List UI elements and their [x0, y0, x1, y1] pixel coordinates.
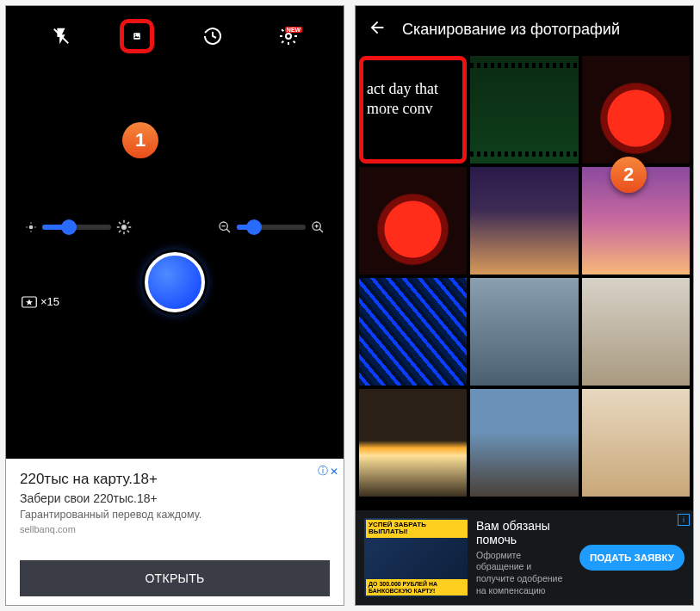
- gallery-button[interactable]: [120, 19, 154, 53]
- shutter-button[interactable]: [145, 252, 205, 312]
- ad-headline: 220тыс на карту.18+: [20, 471, 330, 488]
- svg-line-23: [319, 229, 323, 232]
- camera-sliders: [6, 219, 344, 235]
- ad-cta-button[interactable]: ОТКРЫТЬ: [20, 560, 330, 596]
- gallery-picker-screen: Сканирование из фотографий act day that …: [355, 5, 694, 606]
- svg-line-17: [119, 231, 121, 232]
- ad-image: УСПЕЙ ЗАБРАТЬ ВЫПЛАТЫ! ДО 300.000 РУБЛЕЙ…: [364, 518, 468, 597]
- flash-toggle[interactable]: [44, 19, 78, 53]
- zoom-in-icon: [311, 220, 325, 234]
- grid-thumb[interactable]: [470, 389, 578, 497]
- grid-thumb[interactable]: [470, 278, 578, 386]
- ad-headline: Вам обязаны помочь: [476, 519, 571, 546]
- svg-line-18: [127, 222, 129, 224]
- ad-banner-bottom[interactable]: ⓘ ✕ 220тыс на карту.18+ Забери свои 220т…: [6, 459, 344, 605]
- back-button[interactable]: [368, 18, 387, 40]
- grid-thumb[interactable]: [470, 167, 578, 275]
- ad-info-icon[interactable]: i: [678, 514, 690, 526]
- svg-point-3: [135, 34, 136, 35]
- flash-off-icon: [52, 27, 71, 46]
- zoom-out-icon: [218, 220, 232, 234]
- ad-cta-button[interactable]: ПОДАТЬ ЗАЯВКУ: [579, 545, 685, 571]
- grid-thumb[interactable]: [582, 278, 690, 386]
- credits-value: ×15: [40, 295, 59, 308]
- svg-point-10: [121, 225, 127, 230]
- viewfinder: 1 ×15: [6, 66, 344, 459]
- thumb-text-2: more conv: [367, 100, 432, 117]
- settings-button[interactable]: NEW: [271, 19, 306, 53]
- zoom-slider[interactable]: [218, 220, 325, 234]
- ad-image-overlay-bottom: ДО 300.000 РУБЛЕЙ НА БАНКОВСКУЮ КАРТУ!: [366, 579, 468, 596]
- svg-rect-1: [133, 33, 140, 40]
- svg-point-5: [29, 225, 34, 230]
- ad-close-icon[interactable]: ✕: [330, 466, 338, 478]
- brightness-high-icon: [116, 219, 132, 235]
- ad-controls: ⓘ ✕: [318, 464, 338, 478]
- ad-banner-bottom[interactable]: i УСПЕЙ ЗАБРАТЬ ВЫПЛАТЫ! ДО 300.000 РУБЛ…: [356, 510, 693, 605]
- zoom-track[interactable]: [237, 225, 306, 230]
- brightness-track[interactable]: [42, 225, 111, 230]
- photo-grid: act day that more conv: [356, 52, 693, 510]
- ad-text: Вам обязаны помочь Оформите обращение и …: [476, 519, 571, 597]
- svg-line-15: [119, 222, 121, 224]
- brightness-slider[interactable]: [25, 219, 132, 235]
- arrow-left-icon: [368, 18, 387, 37]
- ad-image-overlay-top: УСПЕЙ ЗАБРАТЬ ВЫПЛАТЫ!: [366, 520, 468, 538]
- svg-line-20: [226, 229, 230, 232]
- grid-thumb[interactable]: [582, 56, 690, 164]
- grid-thumb[interactable]: [359, 167, 467, 275]
- grid-thumb-selected[interactable]: act day that more conv: [359, 56, 467, 164]
- brightness-low-icon: [25, 221, 37, 233]
- history-button[interactable]: [195, 19, 230, 53]
- ad-info-icon[interactable]: ⓘ: [318, 464, 328, 478]
- svg-marker-27: [26, 299, 33, 306]
- ad-domain: sellbanq.com: [20, 524, 330, 534]
- camera-topbar: NEW: [6, 6, 344, 66]
- page-title: Сканирование из фотографий: [402, 21, 620, 39]
- grid-thumb[interactable]: [359, 278, 467, 386]
- history-icon: [202, 26, 223, 46]
- ad-description: Гарантированный перевод каждому.: [20, 509, 330, 521]
- credits-counter[interactable]: ×15: [22, 295, 59, 308]
- image-icon: [133, 26, 141, 46]
- grid-thumb[interactable]: [359, 389, 467, 497]
- grid-thumb[interactable]: [582, 389, 690, 497]
- svg-point-4: [286, 34, 291, 39]
- ad-description: Оформите обращение и получите одобрение …: [476, 550, 571, 597]
- ad-subheadline: Забери свои 220тыс.18+: [20, 491, 330, 505]
- svg-line-16: [127, 231, 129, 232]
- picker-titlebar: Сканирование из фотографий: [356, 6, 693, 52]
- step-marker-1: 1: [122, 122, 158, 158]
- camera-screen: NEW 1 ×15 ⓘ ✕ 22: [5, 5, 344, 606]
- step-marker-2: 2: [610, 157, 647, 193]
- ticket-icon: [22, 296, 37, 308]
- grid-thumb[interactable]: [470, 56, 578, 164]
- thumb-text-1: act day that: [367, 80, 438, 97]
- new-badge: NEW: [285, 27, 302, 33]
